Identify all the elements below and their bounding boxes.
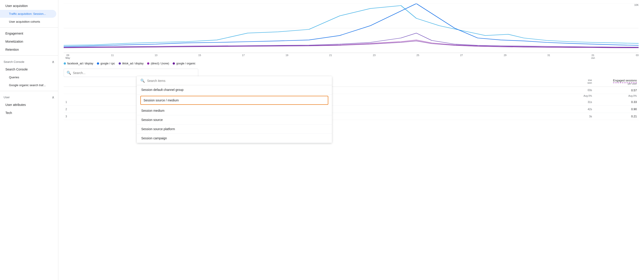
divider-1	[0, 27, 58, 28]
dropdown-item-wrapper-highlighted: Session source / medium	[137, 94, 332, 106]
dropdown-search-input[interactable]	[147, 79, 328, 83]
legend-google-cpc: google / cpc	[97, 62, 115, 65]
divider-2	[0, 55, 58, 56]
chart-svg	[64, 4, 638, 53]
x-axis: 09May 11 13 15 17 19 21 23 25 27 29 31 0…	[64, 53, 638, 59]
section-user[interactable]: User ∧	[0, 93, 58, 101]
sidebar-item-engagement[interactable]: Engagement	[0, 29, 56, 38]
chart-container	[64, 4, 638, 53]
row-engaged: 0.21	[592, 115, 637, 118]
search-input[interactable]	[73, 71, 195, 75]
row-num: 3	[66, 115, 73, 118]
legend-dot-facebook	[64, 62, 66, 65]
legend-google-organic: google / organic	[173, 62, 195, 65]
sidebar-item-user-attributes[interactable]: User attributes	[0, 101, 56, 109]
dropdown-item-session-medium[interactable]: Session medium	[137, 106, 332, 115]
legend-dot-google-organic	[173, 62, 175, 65]
legend-dot-tiktok	[118, 62, 121, 65]
row-time: 3s	[560, 115, 592, 118]
main-content: 10K 09May 11 13	[58, 0, 644, 280]
chart-area: 10K 09May 11 13	[58, 0, 644, 122]
dropdown-item-session-default[interactable]: Session default channel group	[137, 85, 332, 94]
dropdown-item-session-campaign[interactable]: Session campaign	[137, 134, 332, 143]
col-header-engaged: Engaged sessions per user	[592, 79, 637, 85]
sidebar-item-monetization[interactable]: Monetization	[0, 38, 56, 46]
avg-time: Avg 0%	[560, 94, 592, 97]
row-engaged: 0.33	[592, 100, 637, 104]
dropdown-item-session-source[interactable]: Session source	[137, 115, 332, 125]
total-time: 03s	[560, 89, 592, 92]
chart-legend: facebook_ad / display google / cpc tikto…	[64, 59, 638, 69]
chevron-search-console-icon: ∧	[52, 60, 54, 64]
legend-facebook: facebook_ad / display	[64, 62, 93, 65]
col-header-time: imesion	[560, 79, 592, 85]
row-num: 1	[66, 101, 73, 104]
search-bar[interactable]: 🔍	[64, 69, 198, 77]
sidebar-item-search-console[interactable]: Search Console	[0, 65, 56, 73]
divider-3	[0, 91, 58, 91]
row-time: 42s	[560, 108, 592, 111]
dropdown-search-icon: 🔍	[140, 79, 145, 83]
section-search-console[interactable]: Search Console ∧	[0, 58, 58, 65]
sidebar-item-traffic-acquisition[interactable]: Traffic acquisition: Session...	[0, 10, 56, 18]
dropdown-item-session-source-platform[interactable]: Session source platform	[137, 125, 332, 134]
row-time: 31s	[560, 101, 592, 104]
row-num: 2	[66, 108, 73, 111]
sidebar: User acquisition Traffic acquisition: Se…	[0, 0, 58, 280]
total-engaged: 0.57	[592, 89, 637, 92]
legend-direct: (direct) / (none)	[147, 62, 169, 65]
avg-engaged: Avg 0%	[592, 94, 637, 97]
chevron-user-icon: ∧	[52, 95, 54, 99]
legend-dot-direct	[147, 62, 149, 65]
sidebar-item-user-acquisition[interactable]: User acquisition	[0, 2, 56, 10]
sidebar-item-google-organic[interactable]: Google organic search traf...	[0, 81, 56, 89]
sidebar-item-retention[interactable]: Retention	[0, 46, 56, 54]
dropdown-search-bar[interactable]: 🔍	[137, 76, 332, 85]
sidebar-item-user-acquisition-cohorts[interactable]: User acquisition cohorts	[0, 18, 56, 26]
legend-dot-google-cpc	[97, 62, 99, 65]
row-engaged: 0.90	[592, 107, 637, 111]
sidebar-item-queries[interactable]: Queries	[0, 73, 56, 81]
dropdown-overlay: 🔍 Session default channel group Session …	[137, 76, 332, 143]
sidebar-item-tech[interactable]: Tech	[0, 109, 56, 117]
legend-tiktok: tiktok_ad / display	[118, 62, 144, 65]
dropdown-item-session-source-medium[interactable]: Session source / medium	[140, 96, 328, 105]
search-icon: 🔍	[66, 71, 71, 75]
